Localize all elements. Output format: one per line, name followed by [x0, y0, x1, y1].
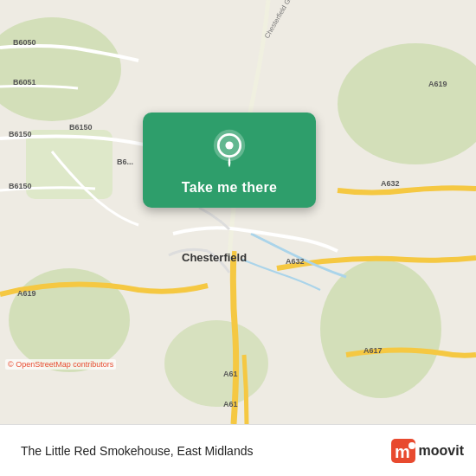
svg-text:A61: A61	[223, 370, 238, 378]
svg-point-27	[408, 442, 415, 449]
moovit-text: moovit	[419, 443, 464, 459]
svg-text:A619: A619	[428, 80, 447, 88]
moovit-logo: m moovit	[391, 439, 464, 463]
moovit-icon: m	[391, 439, 415, 463]
svg-text:A632: A632	[286, 257, 305, 266]
svg-text:B6150: B6150	[9, 182, 32, 190]
take-me-there-button[interactable]: Take me there	[182, 180, 277, 196]
svg-text:B6150: B6150	[9, 130, 32, 138]
place-name-label: The Little Red Smokehouse, East Midlands	[21, 444, 391, 458]
navigation-card: Take me there	[143, 113, 316, 208]
svg-text:B6050: B6050	[13, 38, 36, 47]
svg-text:A617: A617	[363, 346, 383, 355]
svg-text:Chesterfield: Chesterfield	[182, 251, 247, 264]
svg-text:B6...: B6...	[117, 158, 133, 166]
location-pin-icon	[208, 128, 251, 171]
svg-text:A619: A619	[17, 289, 36, 298]
svg-text:B6051: B6051	[13, 78, 36, 87]
svg-text:m: m	[395, 442, 410, 461]
svg-text:A61: A61	[223, 400, 238, 408]
svg-point-24	[225, 141, 233, 149]
svg-point-3	[320, 260, 441, 398]
map-container: B6050 B6051 B6150 B6150 B6150 B6... A619…	[0, 0, 476, 424]
svg-text:A632: A632	[381, 179, 400, 188]
svg-point-5	[164, 320, 268, 407]
svg-text:B6150: B6150	[69, 123, 93, 132]
osm-map-attribution: © OpenStreetMap contributors	[5, 359, 116, 370]
bottom-bar: The Little Red Smokehouse, East Midlands…	[0, 424, 476, 476]
